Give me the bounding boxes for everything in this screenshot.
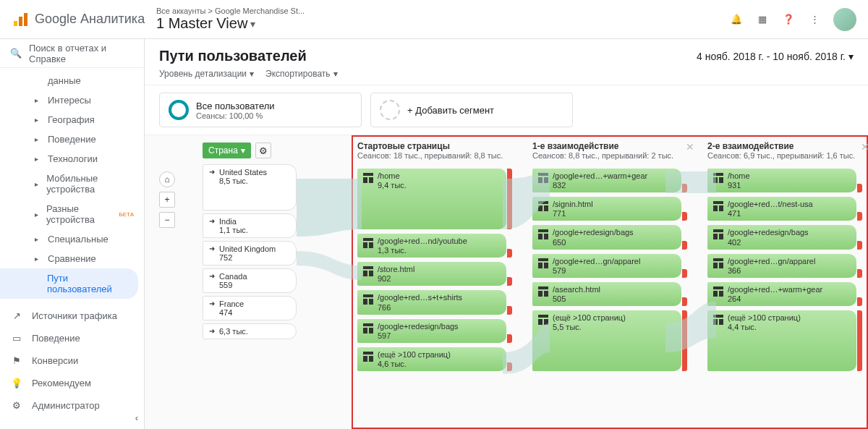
flow-node[interactable]: /google+red…+warm+gear264 <box>707 282 856 306</box>
sidebar-item-специальные[interactable]: ▸Специальные <box>0 229 144 249</box>
flow-node[interactable]: /google+red…s+t+shirts766 <box>357 290 506 314</box>
sidebar-item-интересы[interactable]: ▸Интересы <box>0 90 144 110</box>
sidebar-main-источники-трафика[interactable]: ↗Источники трафика <box>0 305 144 327</box>
ga-logo-icon <box>12 11 29 28</box>
country-node[interactable]: ➜India1,1 тыс. <box>203 213 297 238</box>
svg-rect-19 <box>363 356 367 362</box>
country-node[interactable]: ➜Canada559 <box>203 268 297 293</box>
node-label: /asearch.html <box>553 285 600 294</box>
svg-rect-31 <box>538 263 542 268</box>
app-header: Google Аналитика Все аккаунты > Google M… <box>0 0 868 39</box>
sidebar-item-поведение[interactable]: ▸Поведение <box>0 129 144 149</box>
help-icon[interactable]: ❓ <box>781 12 796 27</box>
flow-node[interactable]: /asearch.html505 <box>532 282 681 306</box>
flow-node[interactable]: /google+redesign/bags650 <box>532 225 681 249</box>
country-node[interactable]: ➜United Kingdom752 <box>203 241 297 266</box>
sidebar-item-пути-пользователей[interactable]: Пути пользователей <box>0 268 138 299</box>
view-selector[interactable]: 1 Master View ▾ <box>156 15 729 32</box>
country-value: 1,1 тыс. <box>219 226 248 234</box>
report-toolbar: Уровень детализации▾ Экспортировать▾ <box>159 69 854 79</box>
flow-node[interactable]: (ещё >100 страниц)5,5 тыс. <box>532 310 681 371</box>
sidebar-item-данные[interactable]: данные <box>0 71 144 90</box>
zoom-out-button[interactable]: − <box>159 212 175 228</box>
sidebar-item-мобильные-устройства[interactable]: ▸Мобильные устройства <box>0 169 144 199</box>
country-node[interactable]: ➜France474 <box>203 296 297 320</box>
zoom-in-button[interactable]: + <box>159 192 175 208</box>
nav-label: Мобильные устройства <box>46 173 134 195</box>
dimension-dropdown[interactable]: Страна ▾ <box>203 143 251 158</box>
sidebar-main-рекомендуем[interactable]: 💡Рекомендуем <box>0 372 144 394</box>
svg-rect-13 <box>363 299 367 305</box>
node-label: (ещё >100 страниц) <box>553 313 626 323</box>
export-dropdown[interactable]: Экспортировать▾ <box>265 69 338 79</box>
flow-node[interactable]: (ещё >100 страниц)4,6 тыс. <box>357 347 506 371</box>
arrow-icon: ➜ <box>209 327 215 335</box>
svg-rect-46 <box>713 234 718 239</box>
logo-area[interactable]: Google Аналитика <box>12 11 156 28</box>
flow-node[interactable]: /google+redesign/bags597 <box>357 319 506 343</box>
sidebar-item-разные-устройства[interactable]: ▸Разные устройстваБЕТА <box>0 199 144 229</box>
sidebar-item-сравнение[interactable]: ▸Сравнение <box>0 249 144 268</box>
search-icon: 🔍 <box>10 48 22 59</box>
flow-node[interactable]: /google+red…nd/youtube1,3 тыс. <box>357 234 506 258</box>
svg-rect-26 <box>544 205 548 211</box>
chevron-right-icon: ▸ <box>35 235 43 243</box>
node-value: 264 <box>728 294 822 303</box>
flow-node[interactable]: /google+red…gn/apparel579 <box>532 254 681 278</box>
collapse-sidebar-button[interactable]: ‹ <box>135 412 138 423</box>
node-label: /store.html <box>378 265 414 274</box>
avatar[interactable] <box>833 8 856 31</box>
flow-node[interactable]: /google+red…gn/apparel366 <box>707 254 856 278</box>
sidebar-main-поведение[interactable]: ▭Поведение <box>0 327 144 349</box>
svg-rect-18 <box>363 352 373 354</box>
node-value: 579 <box>553 266 640 275</box>
flow-node[interactable]: /home9,4 тыс. <box>357 169 506 229</box>
home-button[interactable]: ⌂ <box>159 171 175 187</box>
nav-label: Технологии <box>48 153 98 164</box>
add-segment-button[interactable]: + Добавить сегмент <box>370 93 573 127</box>
svg-rect-41 <box>719 177 723 183</box>
node-label: /google+redesign/bags <box>728 228 809 237</box>
flow-node[interactable]: (ещё >100 страниц)4,4 тыс. <box>707 310 856 371</box>
country-value: 6,3 тыс. <box>219 327 248 336</box>
apps-icon[interactable]: ▦ <box>755 12 770 27</box>
segment-all-users[interactable]: Все пользователи Сеансы: 100,00 % <box>159 93 362 127</box>
close-column-button[interactable]: ✕ <box>861 141 868 153</box>
breadcrumb-path[interactable]: Все аккаунты > Google Merchandise St... <box>156 7 729 15</box>
chevron-down-icon: ▾ <box>241 145 245 156</box>
svg-rect-32 <box>544 263 548 268</box>
date-range-picker[interactable]: 4 нояб. 2018 г. - 10 нояб. 2018 г. ▾ <box>697 51 854 62</box>
sidebar-item-технологии[interactable]: ▸Технологии <box>0 149 144 169</box>
close-column-button[interactable]: ✕ <box>686 141 694 153</box>
nav-label: География <box>48 114 95 125</box>
nav-label: Поведение <box>48 134 96 145</box>
flow-node[interactable]: /home931 <box>707 169 856 192</box>
country-node[interactable]: ➜United States8,5 тыс. <box>203 164 297 211</box>
flow-node[interactable]: /google+red…+warm+gear832 <box>532 169 681 192</box>
sidebar-main-администратор[interactable]: ⚙Администратор <box>0 394 144 417</box>
page-icon <box>713 315 723 325</box>
dropoff-bar <box>857 297 862 306</box>
notifications-icon[interactable]: 🔔 <box>729 12 744 27</box>
flow-node[interactable]: /signin.html771 <box>532 197 681 221</box>
more-icon[interactable]: ⋮ <box>807 12 822 27</box>
column-subtitle: Сеансов: 6,9 тыс., прерываний: 1,6 тыс. <box>707 151 856 160</box>
segment-subtitle: Сеансы: 100,00 % <box>196 111 275 120</box>
flow-node[interactable]: /google+redesign/bags402 <box>707 225 856 249</box>
sidebar-item-география[interactable]: ▸География <box>0 110 144 129</box>
svg-rect-29 <box>544 234 548 239</box>
country-node[interactable]: ➜6,3 тыс. <box>203 323 297 339</box>
svg-rect-38 <box>544 319 548 325</box>
node-label: (ещё >100 страниц) <box>728 313 801 323</box>
sidebar-main-конверсии[interactable]: ⚑Конверсии <box>0 349 144 372</box>
sidebar-search[interactable]: 🔍 Поиск в отчетах и Справке <box>0 39 144 68</box>
flow-node[interactable]: /google+red…t/nest-usa471 <box>707 197 856 221</box>
svg-rect-0 <box>14 21 17 26</box>
node-label: /google+red…gn/apparel <box>728 257 815 266</box>
detail-level-dropdown[interactable]: Уровень детализации▾ <box>159 69 254 79</box>
dropoff-bar <box>857 269 862 278</box>
node-label: /google+red…nd/youtube <box>378 237 467 246</box>
arrow-icon: ➜ <box>209 168 215 176</box>
flow-node[interactable]: /store.html902 <box>357 262 506 286</box>
dimension-settings-button[interactable]: ⚙ <box>255 143 271 158</box>
